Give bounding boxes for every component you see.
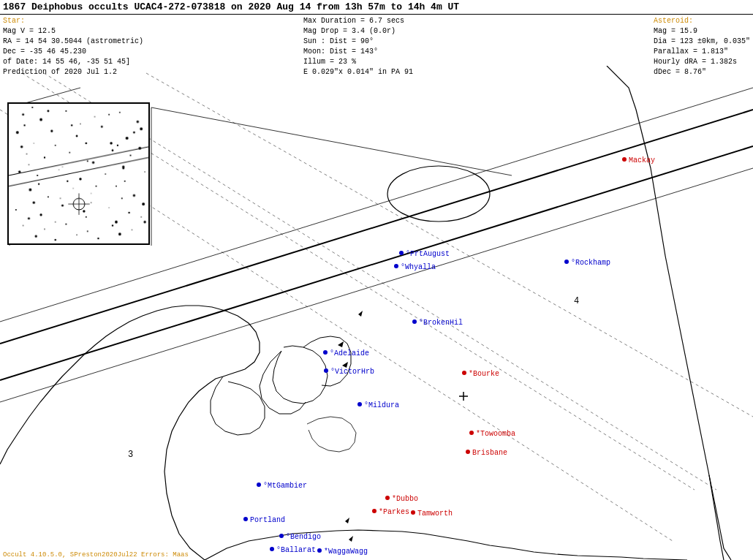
main-container: 1867 Deiphobus occults UCAC4-272-073818 … xyxy=(0,0,753,560)
svg-text:*Towoomba: *Towoomba xyxy=(476,430,515,438)
ellipse: E 0.029"x 0.014" in PA 91 xyxy=(303,67,413,77)
mag-v: Mag V = 12.5 xyxy=(3,26,143,37)
svg-text:°Adelaide: °Adelaide xyxy=(330,349,369,357)
moon-dist: Moon: Dist = 143° xyxy=(303,47,413,57)
prediction: Prediction of 2020 Jul 1.2 xyxy=(3,67,143,77)
svg-text:°PrtAugust: °PrtAugust xyxy=(406,250,450,258)
svg-point-51 xyxy=(411,510,415,515)
svg-text:°Ballarat: °Ballarat xyxy=(276,546,316,554)
svg-text:°Rockhamp: °Rockhamp xyxy=(571,259,610,267)
svg-point-55 xyxy=(279,534,284,538)
header: 1867 Deiphobus occults UCAC4-272-073818 … xyxy=(0,0,753,15)
star-chart xyxy=(7,102,150,245)
star-chart-canvas xyxy=(9,104,148,243)
svg-text:3: 3 xyxy=(128,450,133,460)
svg-text:°Bendigo: °Bendigo xyxy=(286,533,321,541)
svg-point-37 xyxy=(462,371,466,375)
asteroid-dia: Dia = 123 ±0km, 0.035" xyxy=(654,37,750,47)
svg-point-53 xyxy=(243,517,248,521)
svg-point-35 xyxy=(324,368,328,373)
svg-point-49 xyxy=(372,509,376,513)
svg-point-39 xyxy=(357,402,362,406)
asteroid-parallax: Parallax = 1.813" xyxy=(654,47,750,57)
max-duration-panel: Max Duration = 6.7 secs Mag Drop = 3.4 (… xyxy=(303,16,413,77)
footer-text: Occult 4.10.5.0, SPreston2020Jul22 Error… xyxy=(3,551,189,559)
asteroid-ddec: dDec = 8.76" xyxy=(654,67,750,77)
max-duration: Max Duration = 6.7 secs xyxy=(303,16,413,26)
info-panel: Star: Mag V = 12.5 RA = 14 54 30.5044 (a… xyxy=(3,16,143,77)
svg-point-25 xyxy=(564,260,569,264)
svg-text:°VictorHrb: °VictorHrb xyxy=(330,368,374,376)
asteroid-panel: Asteroid: Mag = 15.9 Dia = 123 ±0km, 0.0… xyxy=(654,16,750,77)
dec-line: Dec = -35 46 45.230 xyxy=(3,47,143,57)
svg-text:°Mildura: °Mildura xyxy=(364,401,399,409)
svg-point-41 xyxy=(469,431,474,435)
ra-line: RA = 14 54 30.5044 (astrometric) xyxy=(3,37,143,47)
svg-text:Tamworth: Tamworth xyxy=(417,510,453,518)
svg-text:*Bourke: *Bourke xyxy=(469,370,499,378)
svg-text:°BrokenHil: °BrokenHil xyxy=(419,319,463,327)
header-title: 1867 Deiphobus occults UCAC4-272-073818 … xyxy=(3,1,459,12)
svg-point-31 xyxy=(412,319,417,324)
svg-point-33 xyxy=(323,350,328,355)
svg-point-59 xyxy=(317,548,322,553)
svg-point-47 xyxy=(385,496,390,500)
sun-dist: Sun : Dist = 90° xyxy=(303,37,413,47)
svg-text:4: 4 xyxy=(574,296,579,306)
svg-text:*Dubbo: *Dubbo xyxy=(392,495,418,503)
footer: Occult 4.10.5.0, SPreston2020Jul22 Error… xyxy=(0,550,192,560)
mag-drop: Mag Drop = 3.4 (0.0r) xyxy=(303,26,413,37)
asteroid-hourly-dra: Hourly dRA = 1.382s xyxy=(654,57,750,67)
svg-text:Brisbane: Brisbane xyxy=(472,449,507,457)
asteroid-mag: Mag = 15.9 xyxy=(654,26,750,37)
svg-text:*Parkes: *Parkes xyxy=(379,508,409,516)
asteroid-label: Asteroid: xyxy=(654,16,750,26)
svg-text:Mackay: Mackay xyxy=(629,156,655,164)
star-label: Star: xyxy=(3,16,143,26)
svg-text:°MtGambier: °MtGambier xyxy=(263,482,307,490)
svg-point-27 xyxy=(399,251,404,255)
svg-point-57 xyxy=(270,547,274,551)
svg-point-29 xyxy=(394,264,398,268)
svg-text:*WaggaWagg: *WaggaWagg xyxy=(324,548,368,556)
svg-point-43 xyxy=(466,450,470,454)
svg-text:Portland: Portland xyxy=(250,516,285,524)
svg-point-23 xyxy=(622,157,627,162)
of-date: of Date: 14 55 46, -35 51 45] xyxy=(3,57,143,67)
svg-text:°Whyalla: °Whyalla xyxy=(401,263,436,271)
map-area: 4 3 Mackay °Rockhamp °PrtAugust °Whyalla… xyxy=(0,66,753,560)
illum: Illum = 23 % xyxy=(303,57,413,67)
svg-point-45 xyxy=(257,483,261,487)
